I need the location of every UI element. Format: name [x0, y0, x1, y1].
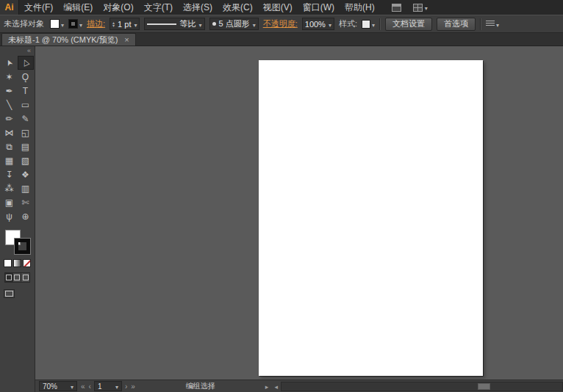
- separator: [480, 18, 481, 30]
- horizontal-scroll-area: [271, 380, 563, 392]
- document-tab[interactable]: 未标题-1 @ 70% (CMYK/预览) ×: [1, 33, 136, 46]
- tool-shape-builder[interactable]: ⧉: [1, 139, 18, 153]
- document-window-button[interactable]: [392, 4, 401, 12]
- status-popup-button[interactable]: [265, 382, 269, 391]
- zoom-tool-icon: ⊕: [21, 211, 29, 222]
- chevron-down-icon: [198, 20, 201, 29]
- gradient-tool-icon: ▧: [21, 156, 29, 166]
- tools-panel: « ➤ ▷ ✶ Ǫ ✒ T ╲ ▭ ✏ ✎ ⋈ ◱ ⧉ ▤ ▦ ▧ ↧ ❖ ⁂: [0, 46, 35, 392]
- tool-mesh[interactable]: ▦: [1, 153, 18, 167]
- menu-item-view[interactable]: 视图(V): [258, 0, 298, 15]
- width-profile-value: 等比: [179, 18, 196, 29]
- menu-item-select[interactable]: 选择(S): [178, 0, 218, 15]
- tools-grid: ➤ ▷ ✶ Ǫ ✒ T ╲ ▭ ✏ ✎ ⋈ ◱ ⧉ ▤ ▦ ▧ ↧ ❖ ⁂ ▥: [1, 56, 34, 223]
- drawing-mode-buttons: [4, 272, 30, 283]
- tool-selection[interactable]: ➤: [1, 56, 18, 70]
- menu-item-help[interactable]: 帮助(H): [340, 0, 380, 15]
- stroke-profile-icon: [147, 23, 176, 25]
- fill-color-dropdown[interactable]: [50, 19, 64, 29]
- chevron-down-icon: [372, 20, 375, 29]
- illustrator-window: Ai 文件(F) 编辑(E) 对象(O) 文字(T) 选择(S) 效果(C) 视…: [0, 0, 563, 392]
- chevron-down-icon: [79, 20, 82, 29]
- last-artboard-button[interactable]: »: [130, 382, 136, 391]
- color-button[interactable]: [4, 259, 12, 267]
- menu-item-effect[interactable]: 效果(C): [218, 0, 258, 15]
- opacity-panel-link[interactable]: 不透明度:: [263, 18, 298, 29]
- style-dropdown[interactable]: [362, 20, 375, 29]
- tool-magic-wand[interactable]: ✶: [1, 70, 18, 84]
- menu-item-file[interactable]: 文件(F): [19, 0, 58, 15]
- horizontal-scrollbar-thumb[interactable]: [478, 383, 490, 390]
- zoom-level-combo[interactable]: 70%: [39, 381, 77, 391]
- document-window-icon: [392, 4, 401, 12]
- tool-pen[interactable]: ✒: [1, 84, 18, 98]
- document-setup-button[interactable]: 文档设置: [385, 18, 432, 31]
- tool-symbol-sprayer[interactable]: ⁂: [1, 181, 18, 195]
- tool-eyedropper[interactable]: ↧: [1, 167, 18, 181]
- artboard[interactable]: [259, 60, 483, 376]
- stroke-panel-link[interactable]: 描边:: [87, 18, 105, 29]
- tool-artboard[interactable]: ▣: [1, 195, 18, 209]
- tool-direct-selection[interactable]: ▷: [18, 56, 34, 70]
- scroll-left-button[interactable]: [271, 382, 281, 391]
- tool-lasso[interactable]: Ǫ: [18, 70, 34, 84]
- draw-normal-button[interactable]: [5, 273, 13, 282]
- stroke-color-dropdown[interactable]: [68, 19, 82, 29]
- stroke-weight-combo[interactable]: 1 pt: [110, 18, 140, 30]
- menu-item-type[interactable]: 文字(T): [139, 0, 178, 15]
- chevron-down-icon: [61, 20, 64, 29]
- chevron-down-icon: [253, 20, 256, 29]
- status-bar: 70% « ‹ 1 › » 编组选择: [35, 380, 563, 392]
- style-swatch-icon: [362, 20, 370, 29]
- brush-preview-icon: [212, 22, 216, 26]
- draw-behind-button[interactable]: [13, 273, 21, 282]
- tool-paintbrush[interactable]: ✏: [1, 112, 18, 126]
- tool-gradient[interactable]: ▧: [18, 153, 34, 167]
- main-area: « ➤ ▷ ✶ Ǫ ✒ T ╲ ▭ ✏ ✎ ⋈ ◱ ⧉ ▤ ▦ ▧ ↧ ❖ ⁂: [0, 46, 563, 392]
- fill-stroke-widget: [5, 230, 30, 254]
- tool-hand[interactable]: ψ: [1, 209, 18, 223]
- draw-inside-button[interactable]: [21, 273, 29, 282]
- arrange-documents-button[interactable]: [413, 2, 428, 12]
- tool-free-transform[interactable]: ◱: [18, 126, 34, 139]
- previous-artboard-button[interactable]: ‹: [88, 382, 92, 391]
- tool-pencil[interactable]: ✎: [18, 112, 34, 126]
- chevron-down-icon: [134, 20, 137, 29]
- control-panel-menu-button[interactable]: [486, 20, 499, 29]
- tool-type[interactable]: T: [18, 84, 34, 98]
- screen-mode-button[interactable]: [4, 289, 15, 298]
- canvas[interactable]: [35, 46, 563, 380]
- tool-column-graph[interactable]: ▥: [18, 181, 34, 195]
- tool-zoom[interactable]: ⊕: [18, 209, 34, 223]
- artboard-number-combo[interactable]: 1: [94, 381, 122, 391]
- tool-rectangle[interactable]: ▭: [18, 98, 34, 112]
- tool-line-segment[interactable]: ╲: [1, 98, 18, 112]
- status-tool-readout: 编组选择: [139, 381, 262, 391]
- control-bar: 未选择对象 描边: 1 pt 等比 5 点圆形 不透明度: 100%: [0, 15, 563, 33]
- none-button[interactable]: [23, 259, 31, 267]
- next-artboard-button[interactable]: ›: [124, 382, 128, 391]
- lasso-tool-icon: Ǫ: [22, 72, 29, 82]
- tools-panel-collapse-button[interactable]: «: [0, 46, 35, 56]
- width-profile-dropdown[interactable]: 等比: [144, 18, 204, 30]
- chevron-down-icon: [115, 382, 118, 391]
- close-icon[interactable]: ×: [124, 36, 129, 44]
- paintbrush-tool-icon: ✏: [5, 114, 12, 124]
- tool-width[interactable]: ⋈: [1, 126, 18, 139]
- menu-item-window[interactable]: 窗口(W): [298, 0, 340, 15]
- gradient-button[interactable]: [13, 259, 21, 267]
- stroke-color-swatch[interactable]: [15, 239, 30, 254]
- fill-swatch-icon: [50, 19, 60, 29]
- preferences-button[interactable]: 首选项: [437, 18, 476, 31]
- menu-item-edit[interactable]: 编辑(E): [58, 0, 98, 15]
- horizontal-scrollbar-track[interactable]: [281, 382, 563, 391]
- tool-slice[interactable]: ✄: [18, 195, 34, 209]
- tool-perspective-grid[interactable]: ▤: [18, 139, 34, 153]
- symbol-sprayer-tool-icon: ⁂: [5, 184, 14, 194]
- first-artboard-button[interactable]: «: [80, 382, 86, 391]
- opacity-combo[interactable]: 100%: [302, 18, 334, 30]
- menu-bar: Ai 文件(F) 编辑(E) 对象(O) 文字(T) 选择(S) 效果(C) 视…: [0, 0, 563, 15]
- menu-item-object[interactable]: 对象(O): [98, 0, 138, 15]
- brush-definition-dropdown[interactable]: 5 点圆形: [209, 18, 259, 30]
- tool-blend[interactable]: ❖: [18, 167, 34, 181]
